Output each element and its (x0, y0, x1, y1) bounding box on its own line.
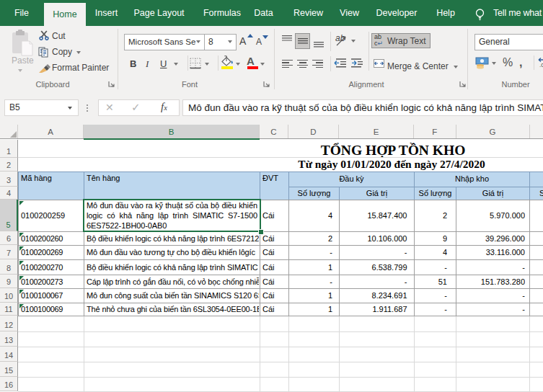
svg-text:.0: .0 (539, 62, 543, 68)
